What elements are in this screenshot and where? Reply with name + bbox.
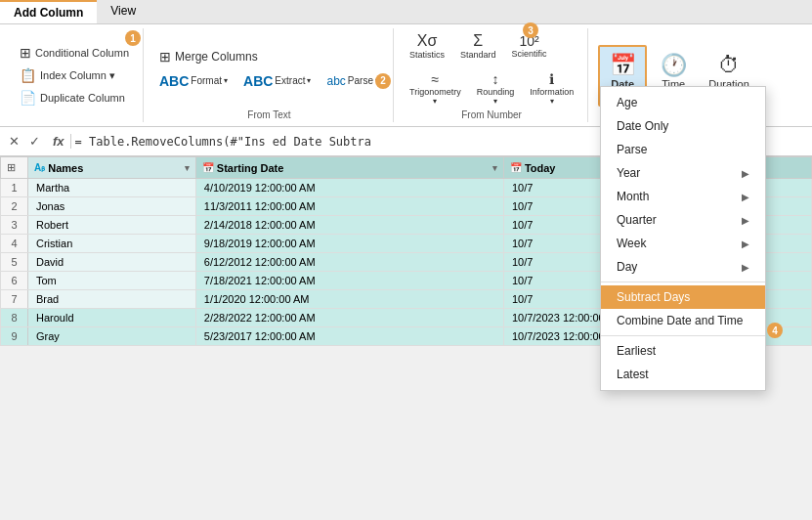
start-date-cell: 9/18/2019 12:00:00 AM: [195, 235, 503, 253]
merge-columns-btn[interactable]: ⊞ Merge Columns: [153, 46, 385, 67]
badge-3: 3: [523, 22, 538, 38]
name-cell: Tom: [28, 272, 196, 290]
format-label: Format: [191, 75, 222, 86]
col-header-names[interactable]: Aᵦ Names ▾: [28, 157, 196, 179]
row-num-cell: 7: [1, 290, 28, 309]
start-date-cell: 4/10/2019 12:00:00 AM: [195, 179, 503, 197]
menu-arrow-week: ▶: [742, 238, 749, 249]
parse-icon: abc: [326, 74, 345, 88]
group-general-items: ⊞ Conditional Column 📋 Index Column ▾ 📄 …: [14, 28, 135, 122]
extract-arrow: ▾: [307, 76, 311, 85]
index-col-icon: 📋: [20, 67, 36, 83]
menu-separator: [601, 282, 765, 282]
formula-confirm-btn[interactable]: ✓: [26, 133, 43, 150]
menu-item-latest[interactable]: Latest: [601, 363, 765, 386]
format-btn[interactable]: ABC Format ▾: [153, 69, 234, 93]
standard-label: Standard: [460, 50, 496, 60]
information-btn[interactable]: ℹ Information ▾: [524, 67, 579, 109]
general-col: ⊞ Conditional Column 📋 Index Column ▾ 📄 …: [14, 42, 135, 108]
menu-item-earliest[interactable]: Earliest: [601, 339, 765, 363]
menu-arrow-month: ▶: [742, 192, 749, 202]
name-cell: David: [28, 253, 196, 272]
menu-label-subtract-days: Subtract Days: [617, 290, 690, 304]
from-number-label: From Number: [461, 109, 522, 122]
menu-item-subtract-days[interactable]: Subtract Days: [601, 285, 765, 309]
row-num-cell: 3: [1, 216, 28, 235]
menu-item-combine-date-time[interactable]: Combine Date and Time: [601, 309, 765, 332]
menu-label-latest: Latest: [617, 368, 649, 381]
badge-1: 1: [125, 30, 141, 46]
duplicate-column-btn[interactable]: 📄 Duplicate Column: [14, 87, 135, 108]
formula-cancel-btn[interactable]: ✕: [6, 133, 22, 150]
start-date-cell: 2/28/2022 12:00:00 AM: [195, 309, 503, 327]
row-num-icon: ⊞: [7, 161, 16, 174]
name-cell: Robert: [28, 216, 196, 235]
information-label: Information: [530, 87, 574, 97]
start-date-cell: 2/14/2018 12:00:00 AM: [195, 216, 503, 235]
menu-item-age[interactable]: Age: [601, 91, 765, 114]
from-text-label: From Text: [247, 109, 290, 122]
information-icon: ℹ: [549, 71, 554, 87]
menu-label-date-only: Date Only: [617, 119, 668, 133]
index-column-label: Index Column ▾: [40, 69, 115, 82]
menu-arrow-quarter: ▶: [742, 215, 749, 226]
row-num-cell: 2: [1, 197, 28, 216]
badge-2: 2: [375, 73, 391, 89]
conditional-col-icon: ⊞: [20, 45, 31, 61]
conditional-column-label: Conditional Column: [35, 47, 129, 59]
extract-btn[interactable]: ABC Extract ▾: [237, 69, 317, 93]
start-date-cell: 6/12/2012 12:00:00 AM: [195, 253, 503, 272]
start-date-cell: 1/1/2020 12:00:00 AM: [195, 290, 503, 309]
standard-btn[interactable]: Σ Standard: [454, 28, 502, 64]
menu-label-parse: Parse: [617, 143, 647, 156]
menu-arrow-year: ▶: [742, 168, 749, 179]
rounding-label: Rounding: [477, 87, 515, 97]
menu-item-date-only[interactable]: Date Only: [601, 114, 765, 138]
duration-icon: ⏱: [718, 53, 740, 78]
trigonometry-icon: ≈: [431, 71, 439, 87]
today-type-icon: 📅: [510, 162, 522, 173]
menu-separator: [601, 335, 765, 336]
row-num-cell: 1: [1, 179, 28, 197]
statistics-icon: Xσ: [417, 32, 438, 50]
duplicate-column-label: Duplicate Column: [40, 92, 125, 104]
date-icon: 📅: [610, 53, 636, 78]
menu-item-year[interactable]: Year▶: [601, 161, 765, 185]
menu-label-year: Year: [617, 166, 640, 180]
menu-label-age: Age: [617, 96, 637, 109]
statistics-btn[interactable]: Xσ Statistics: [404, 28, 450, 64]
format-icon: ABC: [159, 73, 189, 89]
conditional-column-btn[interactable]: ⊞ Conditional Column: [14, 42, 135, 64]
extract-icon: ABC: [243, 73, 273, 89]
row-num-cell: 5: [1, 253, 28, 272]
menu-arrow-day: ▶: [742, 262, 749, 273]
names-dropdown-icon[interactable]: ▾: [185, 163, 190, 173]
tab-view[interactable]: View: [97, 0, 150, 23]
menu-item-week[interactable]: Week▶: [601, 232, 765, 255]
rounding-btn[interactable]: ↕ Rounding ▾: [471, 67, 521, 109]
col-header-rownum: ⊞: [1, 157, 28, 179]
col-start-label: Starting Date: [217, 162, 283, 174]
tab-add-column[interactable]: Add Column: [0, 0, 97, 23]
menu-label-week: Week: [617, 237, 646, 250]
trigonometry-label: Trigonometry: [409, 87, 461, 97]
menu-item-quarter[interactable]: Quarter▶: [601, 208, 765, 232]
date-dropdown-menu: AgeDate OnlyParseYear▶Month▶Quarter▶Week…: [600, 86, 766, 391]
round-arrow: ▾: [493, 97, 497, 106]
index-column-btn[interactable]: 📋 Index Column ▾: [14, 65, 135, 86]
menu-label-earliest: Earliest: [617, 344, 656, 358]
menu-item-parse[interactable]: Parse: [601, 138, 765, 161]
statistics-label: Statistics: [409, 50, 445, 60]
menu-label-day: Day: [617, 260, 637, 274]
start-dropdown-icon[interactable]: ▾: [492, 163, 497, 173]
menu-label-month: Month: [617, 190, 649, 203]
col-header-starting-date[interactable]: 📅 Starting Date ▾: [195, 157, 503, 179]
name-cell: Cristian: [28, 235, 196, 253]
scientific-label: Scientific: [512, 49, 547, 59]
trigonometry-btn[interactable]: ≈ Trigonometry ▾: [404, 67, 467, 109]
menu-item-day[interactable]: Day▶: [601, 255, 765, 279]
menu-item-month[interactable]: Month▶: [601, 185, 765, 208]
name-cell: Harould: [28, 309, 196, 327]
duplicate-col-icon: 📄: [20, 90, 36, 106]
from-number-items: Xσ Statistics Σ Standard 10² Scientific: [404, 28, 579, 109]
